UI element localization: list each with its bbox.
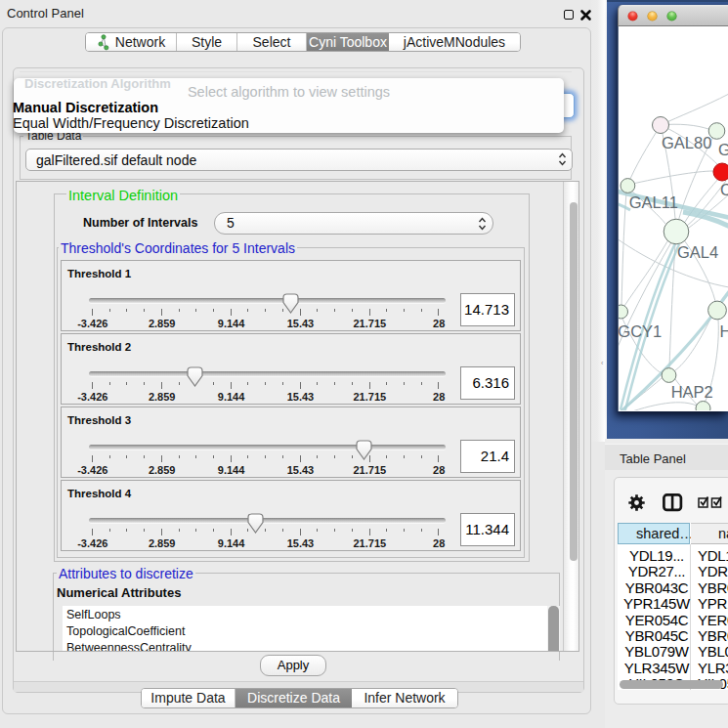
svg-text:H: H [719, 322, 728, 340]
svg-text:GAL11: GAL11 [629, 193, 678, 211]
svg-text:GAL80: GAL80 [662, 134, 711, 151]
svg-text:C: C [720, 181, 728, 198]
svg-text:GCY1: GCY1 [619, 322, 662, 340]
svg-text:GAL4: GAL4 [677, 243, 718, 261]
svg-text:HAP2: HAP2 [671, 383, 713, 401]
svg-text:GA: GA [718, 141, 728, 158]
